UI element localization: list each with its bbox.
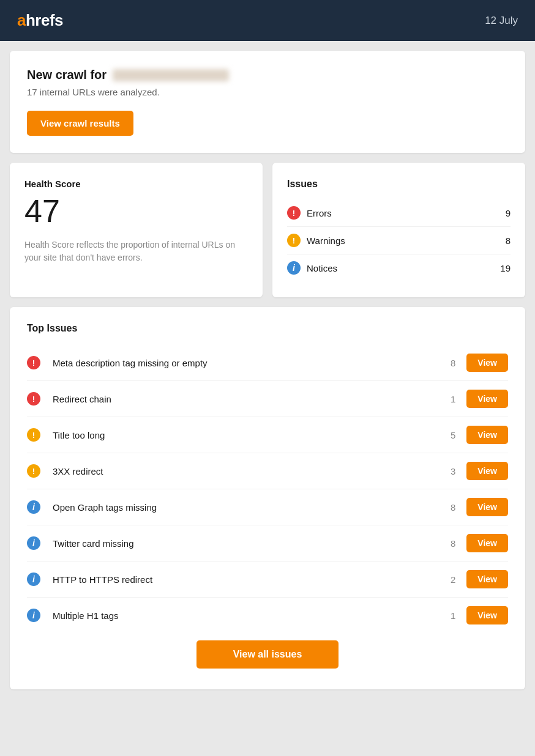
error-icon: ! <box>27 356 40 369</box>
health-score-card: Health Score 47 Health Score reflects th… <box>10 163 263 297</box>
notice-icon: i <box>287 261 301 275</box>
errors-count: 9 <box>506 208 511 218</box>
issues-summary-title: Issues <box>287 179 511 190</box>
app-header: ahrefs 12 July <box>0 0 535 41</box>
top-issue-count: 3 <box>443 466 455 476</box>
crawl-title-text: New crawl for <box>27 68 107 82</box>
top-issue-name: Meta description tag missing or empty <box>53 358 443 368</box>
top-issue-name: Open Graph tags missing <box>53 502 443 513</box>
crawl-card: New crawl for 17 internal URLs were anal… <box>10 51 525 153</box>
notices-count: 19 <box>500 263 511 273</box>
header-date: 12 July <box>485 15 518 27</box>
issues-summary-list: ! Errors 9 ! Warnings 8 i Notices 19 <box>287 199 511 281</box>
notice-icon: i <box>27 536 40 550</box>
view-issue-button[interactable]: View <box>466 498 508 516</box>
notices-label: Notices <box>307 263 500 273</box>
error-icon: ! <box>287 206 301 220</box>
top-issue-count: 8 <box>443 538 455 549</box>
view-crawl-button[interactable]: View crawl results <box>27 111 133 136</box>
view-issue-button[interactable]: View <box>466 606 508 624</box>
top-issue-row: ! Title too long 5 View <box>27 417 508 453</box>
view-all-issues-button[interactable]: View all issues <box>196 640 339 669</box>
crawl-domain-blurred <box>113 69 229 81</box>
issues-errors-row: ! Errors 9 <box>287 199 511 227</box>
warnings-label: Warnings <box>307 235 506 246</box>
view-all-wrapper: View all issues <box>27 633 508 673</box>
top-issue-count: 1 <box>443 394 455 404</box>
top-issue-row: ! 3XX redirect 3 View <box>27 453 508 489</box>
top-issues-list: ! Meta description tag missing or empty … <box>27 345 508 633</box>
errors-label: Errors <box>307 208 506 218</box>
error-icon: ! <box>27 392 40 406</box>
top-issue-count: 8 <box>443 358 455 368</box>
top-issue-name: HTTP to HTTPS redirect <box>53 574 443 585</box>
top-issue-name: Title too long <box>53 430 443 440</box>
notice-icon: i <box>27 609 40 622</box>
top-issue-name: Multiple H1 tags <box>53 610 443 621</box>
top-issue-row: i Open Graph tags missing 8 View <box>27 489 508 525</box>
view-issue-button[interactable]: View <box>466 390 508 408</box>
app-logo: ahrefs <box>17 11 63 30</box>
top-issue-count: 1 <box>443 610 455 621</box>
view-issue-button[interactable]: View <box>466 354 508 372</box>
issues-summary-card: Issues ! Errors 9 ! Warnings 8 i Notices… <box>272 163 525 297</box>
issues-notices-row: i Notices 19 <box>287 254 511 281</box>
notice-icon: i <box>27 500 40 514</box>
warning-icon: ! <box>287 234 301 247</box>
top-issues-card: Top Issues ! Meta description tag missin… <box>10 307 525 689</box>
view-issue-button[interactable]: View <box>466 534 508 552</box>
crawl-subtitle: 17 internal URLs were analyzed. <box>27 87 508 97</box>
top-issue-row: i Twitter card missing 8 View <box>27 525 508 561</box>
warning-icon: ! <box>27 464 40 478</box>
warnings-count: 8 <box>506 235 511 246</box>
top-issues-title: Top Issues <box>27 323 508 334</box>
top-issue-name: Twitter card missing <box>53 538 443 549</box>
health-score-label: Health Score <box>24 179 248 189</box>
health-issues-row: Health Score 47 Health Score reflects th… <box>10 163 525 297</box>
top-issue-row: ! Meta description tag missing or empty … <box>27 345 508 381</box>
notice-icon: i <box>27 573 40 586</box>
warning-icon: ! <box>27 428 40 442</box>
top-issue-count: 8 <box>443 502 455 513</box>
crawl-title: New crawl for <box>27 68 508 82</box>
top-issue-count: 2 <box>443 574 455 585</box>
logo-text: hrefs <box>26 11 63 30</box>
top-issue-count: 5 <box>443 430 455 440</box>
top-issue-name: Redirect chain <box>53 394 443 404</box>
top-issue-row: ! Redirect chain 1 View <box>27 381 508 417</box>
top-issue-row: i HTTP to HTTPS redirect 2 View <box>27 561 508 598</box>
view-issue-button[interactable]: View <box>466 462 508 480</box>
top-issue-row: i Multiple H1 tags 1 View <box>27 598 508 633</box>
logo-a-letter: a <box>17 11 26 30</box>
issues-warnings-row: ! Warnings 8 <box>287 227 511 254</box>
view-issue-button[interactable]: View <box>466 426 508 444</box>
top-issue-name: 3XX redirect <box>53 466 443 476</box>
health-score-value: 47 <box>24 194 248 229</box>
view-issue-button[interactable]: View <box>466 570 508 588</box>
health-score-description: Health Score reflects the proportion of … <box>24 239 248 264</box>
